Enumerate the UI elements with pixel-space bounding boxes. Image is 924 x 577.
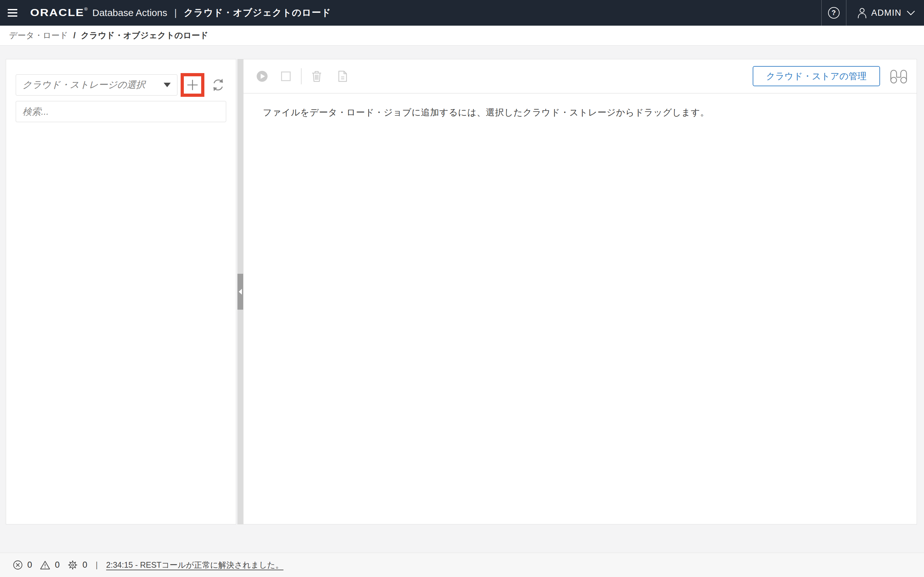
oracle-logo: ORACLE® xyxy=(30,7,88,19)
error-icon xyxy=(13,560,23,570)
add-cloud-storage-button[interactable] xyxy=(181,73,204,97)
user-icon xyxy=(857,7,867,19)
cloud-storage-select[interactable]: クラウド・ストレージの選択 xyxy=(16,74,178,95)
user-name: ADMIN xyxy=(871,8,902,18)
error-count: 0 xyxy=(27,560,32,570)
job-toolbar: クラウド・ストアの管理 xyxy=(244,59,917,93)
manage-cloud-store-button[interactable]: クラウド・ストアの管理 xyxy=(753,66,880,86)
warning-count: 0 xyxy=(55,560,60,570)
error-status-group: 0 xyxy=(13,560,32,570)
brand: ORACLE® Database Actions | クラウド・オブジェクトのロ… xyxy=(30,6,331,19)
status-log-link[interactable]: 2:34:15 - RESTコールが正常に解決されました。 xyxy=(106,560,284,570)
page-title: クラウド・オブジェクトのロード xyxy=(184,6,331,19)
select-caret-icon xyxy=(164,83,171,87)
storage-controls-row: クラウド・ストレージの選択 xyxy=(16,73,226,97)
process-count: 0 xyxy=(82,560,87,570)
user-menu-button[interactable]: ADMIN xyxy=(846,0,924,26)
status-separator: | xyxy=(95,560,98,570)
refresh-icon xyxy=(211,77,226,92)
chevron-down-icon xyxy=(907,11,915,15)
title-separator: | xyxy=(174,7,177,18)
play-icon xyxy=(256,71,268,82)
toolbar-divider xyxy=(301,68,302,84)
hamburger-menu-button[interactable] xyxy=(0,0,25,26)
warning-icon xyxy=(40,560,50,570)
app-name: Database Actions xyxy=(92,7,167,18)
breadcrumb: データ・ロード / クラウド・オブジェクトのロード xyxy=(0,26,924,45)
collapse-panel-handle[interactable] xyxy=(237,274,243,309)
registered-mark: ® xyxy=(84,7,89,11)
breadcrumb-current: クラウド・オブジェクトのロード xyxy=(81,30,208,41)
drop-hint-message: ファイルをデータ・ロード・ジョブに追加するには、選択したクラウド・ストレージから… xyxy=(263,106,917,119)
help-icon: ? xyxy=(828,7,840,19)
hamburger-icon xyxy=(8,9,17,10)
search-input[interactable] xyxy=(16,101,226,122)
collapse-left-arrow-icon xyxy=(239,289,242,295)
refresh-button[interactable] xyxy=(210,77,226,93)
job-panel-body: ファイルをデータ・ロード・ジョブに追加するには、選択したクラウド・ストレージから… xyxy=(244,93,917,119)
document-icon xyxy=(338,70,348,82)
warning-status-group: 0 xyxy=(40,560,60,570)
gear-icon xyxy=(67,560,78,570)
find-button[interactable] xyxy=(890,69,908,84)
cloud-storage-select-value: クラウド・ストレージの選択 xyxy=(23,79,145,91)
stop-icon xyxy=(281,71,291,81)
plus-icon xyxy=(186,79,199,91)
delete-button[interactable] xyxy=(311,70,322,82)
process-status-group: 0 xyxy=(67,560,87,570)
binoculars-icon xyxy=(890,69,908,84)
cloud-storage-panel: クラウド・ストレージの選択 xyxy=(6,59,236,524)
panel-splitter[interactable] xyxy=(237,59,243,524)
stop-button[interactable] xyxy=(281,71,291,81)
report-button[interactable] xyxy=(338,70,348,82)
main-area: クラウド・ストレージの選択 xyxy=(0,45,924,577)
run-button[interactable] xyxy=(256,71,268,82)
breadcrumb-link-data-load[interactable]: データ・ロード xyxy=(9,30,68,41)
data-load-job-panel: クラウド・ストアの管理 ファイルをデータ・ロード・ジョブに追加するには、選択した… xyxy=(243,59,917,524)
status-bar: 0 0 0 | 2:34:15 - RE xyxy=(0,553,924,577)
trash-icon xyxy=(311,70,322,82)
app-header: ORACLE® Database Actions | クラウド・オブジェクトのロ… xyxy=(0,0,924,26)
help-button[interactable]: ? xyxy=(822,0,846,26)
breadcrumb-separator: / xyxy=(73,31,75,40)
